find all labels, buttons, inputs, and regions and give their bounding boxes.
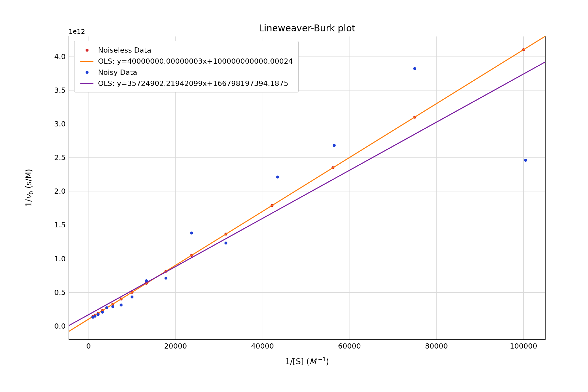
- data-point: [276, 176, 279, 179]
- legend-item-noiseless: Noiseless Data: [79, 44, 293, 56]
- legend-label: Noiseless Data: [98, 46, 151, 54]
- legend-swatch-line-icon: [79, 80, 95, 87]
- data-point: [97, 313, 100, 316]
- legend-label: OLS: y=40000000.00000003x+100000000000.0…: [98, 57, 293, 65]
- chart-axes: Noiseless Data OLS: y=40000000.00000003x…: [69, 36, 546, 340]
- regression-line: [69, 62, 545, 326]
- data-point: [224, 242, 227, 245]
- y-axis-offset: 1e12: [69, 27, 85, 35]
- legend-label: Noisy Data: [98, 68, 137, 76]
- y-tick-label: 4.0: [54, 52, 66, 60]
- legend-swatch-dot-icon: [79, 69, 95, 76]
- legend-swatch-line-icon: [79, 57, 95, 65]
- data-point: [105, 306, 108, 309]
- data-point: [120, 303, 122, 306]
- data-point: [111, 305, 114, 308]
- x-tick-label: 80000: [425, 342, 448, 350]
- data-point: [101, 311, 104, 314]
- x-axis-label: 1/[S] (M −1): [69, 356, 546, 366]
- y-axis-label: 1/v0 (s/M): [24, 169, 35, 207]
- legend-item-ols-clean: OLS: y=40000000.00000003x+100000000000.0…: [79, 56, 293, 67]
- legend-label: OLS: y=35724902.21942099x+166798197394.1…: [98, 79, 288, 88]
- y-tick-label: 1.0: [54, 254, 66, 263]
- legend-item-noisy: Noisy Data: [79, 67, 293, 78]
- y-tick-label: 0.5: [54, 288, 66, 296]
- x-tick-label: 60000: [338, 342, 361, 350]
- x-tick-label: 100000: [510, 342, 537, 350]
- figure: Lineweaver-Burk plot 1e12 Noiseless Data…: [0, 0, 588, 392]
- data-point: [164, 277, 167, 280]
- legend-swatch-dot-icon: [79, 46, 95, 54]
- legend: Noiseless Data OLS: y=40000000.00000003x…: [74, 41, 299, 92]
- legend-item-ols-noisy: OLS: y=35724902.21942099x+166798197394.1…: [79, 78, 293, 89]
- data-point: [413, 67, 416, 70]
- data-point: [131, 296, 134, 299]
- y-tick-label: 1.5: [54, 221, 66, 229]
- y-tick-label: 3.0: [54, 120, 66, 128]
- data-point: [333, 144, 336, 147]
- data-point: [524, 159, 527, 162]
- x-tick-label: 20000: [164, 342, 187, 350]
- data-point: [190, 232, 193, 235]
- y-tick-label: 0.0: [54, 322, 66, 330]
- data-point: [93, 315, 96, 318]
- chart-title: Lineweaver-Burk plot: [69, 23, 546, 34]
- x-tick-label: 40000: [251, 342, 274, 350]
- y-tick-label: 2.0: [54, 187, 66, 195]
- y-tick-label: 3.5: [54, 86, 66, 94]
- x-tick-label: 0: [86, 342, 91, 350]
- y-tick-label: 2.5: [54, 154, 66, 162]
